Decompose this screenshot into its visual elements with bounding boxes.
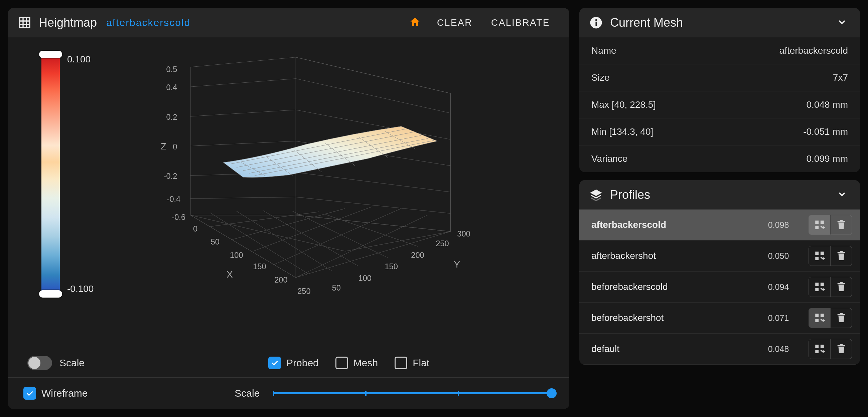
svg-marker-51: [591, 190, 601, 196]
mesh-variance-row: Variance 0.099 mm: [579, 145, 860, 172]
svg-text:50: 50: [211, 238, 219, 246]
svg-line-24: [296, 197, 451, 213]
svg-line-13: [190, 79, 296, 87]
svg-text:250: 250: [297, 287, 310, 296]
profile-delete-button[interactable]: [830, 339, 851, 359]
mesh-min-row: Min [134.3, 40] -0.051 mm: [579, 118, 860, 145]
clear-button[interactable]: CLEAR: [428, 13, 482, 32]
svg-line-32: [237, 211, 332, 271]
flat-checkbox[interactable]: Flat: [395, 357, 429, 369]
svg-rect-52: [815, 220, 818, 224]
svg-rect-85: [820, 345, 824, 348]
svg-line-23: [296, 172, 451, 192]
svg-line-15: [190, 141, 296, 146]
svg-text:0.5: 0.5: [166, 65, 178, 74]
scale-slider-label: Scale: [235, 388, 259, 399]
profile-load-button[interactable]: [809, 339, 830, 359]
profile-delete-button[interactable]: [830, 277, 851, 297]
svg-line-12: [190, 57, 296, 67]
current-mesh-panel: Current Mesh Name afterbackerscold Size …: [579, 8, 860, 172]
grid-icon: [18, 16, 31, 29]
heightmap-header: Heightmap afterbackerscold CLEAR CALIBRA…: [8, 8, 569, 37]
mesh-checkbox[interactable]: Mesh: [335, 357, 378, 369]
svg-rect-0: [20, 18, 30, 28]
profile-row-default[interactable]: default0.048: [579, 334, 860, 364]
svg-rect-67: [840, 251, 843, 252]
layers-icon: [589, 188, 603, 202]
svg-text:-0.4: -0.4: [167, 195, 181, 204]
svg-text:250: 250: [436, 239, 449, 248]
scale-slider[interactable]: [273, 392, 553, 394]
svg-point-50: [595, 19, 597, 21]
svg-rect-62: [815, 257, 818, 260]
svg-rect-89: [822, 351, 825, 352]
svg-rect-69: [820, 283, 824, 286]
scale-switch[interactable]: [27, 356, 52, 370]
svg-rect-59: [840, 220, 843, 221]
profile-name: default: [591, 344, 748, 354]
svg-text:100: 100: [230, 251, 243, 259]
svg-line-19: [296, 57, 451, 94]
profile-row-beforebackerscold[interactable]: beforebackerscold0.094: [579, 272, 860, 303]
svg-rect-81: [822, 320, 825, 321]
profile-load-button[interactable]: [809, 215, 830, 235]
svg-text:0.2: 0.2: [166, 113, 178, 121]
mesh-name-row: Name afterbackerscold: [579, 37, 860, 64]
svg-text:100: 100: [359, 274, 372, 283]
profile-name: afterbackershot: [591, 250, 748, 261]
collapse-profiles[interactable]: [834, 186, 850, 204]
profile-name: beforebackerscold: [591, 282, 748, 292]
svg-text:-0.2: -0.2: [164, 172, 178, 180]
svg-rect-77: [820, 314, 824, 317]
svg-rect-86: [815, 350, 818, 353]
calibrate-button[interactable]: CALIBRATE: [482, 13, 559, 32]
color-scale-min: -0.100: [67, 284, 94, 294]
home-button[interactable]: [406, 13, 424, 33]
svg-rect-75: [840, 282, 843, 284]
y-axis-label: Y: [454, 259, 460, 270]
probed-checkbox[interactable]: Probed: [268, 357, 319, 369]
profile-value: 0.048: [748, 344, 809, 354]
svg-text:50: 50: [332, 284, 341, 292]
collapse-current-mesh[interactable]: [834, 14, 850, 31]
profile-load-button[interactable]: [809, 308, 830, 327]
svg-rect-49: [595, 22, 597, 26]
profile-delete-button[interactable]: [830, 308, 851, 327]
wireframe-checkbox[interactable]: Wireframe: [23, 387, 88, 399]
color-scale-max: 0.100: [67, 54, 94, 65]
profiles-panel: Profiles afterbackerscold0.098afterbacke…: [579, 180, 860, 364]
svg-rect-57: [822, 227, 825, 228]
profile-delete-button[interactable]: [830, 215, 851, 235]
svg-rect-70: [815, 288, 818, 291]
svg-text:0: 0: [173, 142, 177, 151]
profile-row-beforebackershot[interactable]: beforebackershot0.071: [579, 303, 860, 334]
heightmap-title: Heightmap: [39, 16, 97, 30]
mesh-size-row: Size 7x7: [579, 64, 860, 92]
profile-delete-button[interactable]: [830, 246, 851, 266]
profile-row-afterbackershot[interactable]: afterbackershot0.050: [579, 241, 860, 272]
scale-switch-label: Scale: [59, 357, 85, 369]
heightmap-3d-plot[interactable]: 0.5 0.4 0.2 0 -0.2 -0.4 -0.6 Z: [95, 47, 556, 304]
info-icon: [589, 16, 603, 29]
profile-value: 0.050: [748, 251, 809, 261]
svg-line-14: [190, 110, 296, 116]
color-scale-bar: [38, 54, 63, 294]
heightmap-surface: [223, 127, 437, 177]
svg-text:200: 200: [274, 276, 287, 284]
svg-text:0: 0: [193, 224, 197, 233]
svg-text:-0.6: -0.6: [172, 213, 185, 221]
profile-name: afterbackerscold: [591, 219, 748, 230]
svg-rect-61: [820, 251, 824, 255]
profile-load-button[interactable]: [809, 246, 830, 266]
svg-line-34: [292, 211, 388, 258]
svg-text:300: 300: [457, 230, 470, 238]
heightmap-viz[interactable]: 0.100 -0.100 0.5 0.4 0.2 0 -0.2 -0.4: [8, 37, 569, 352]
profile-row-afterbackerscold[interactable]: afterbackerscold0.098: [579, 209, 860, 241]
svg-line-20: [296, 79, 451, 113]
x-axis-label: X: [226, 269, 232, 280]
svg-text:150: 150: [384, 262, 398, 271]
svg-line-27: [231, 209, 345, 240]
profile-load-button[interactable]: [809, 277, 830, 297]
svg-rect-68: [815, 283, 818, 286]
heightmap-subtitle: afterbackerscold: [106, 17, 190, 28]
